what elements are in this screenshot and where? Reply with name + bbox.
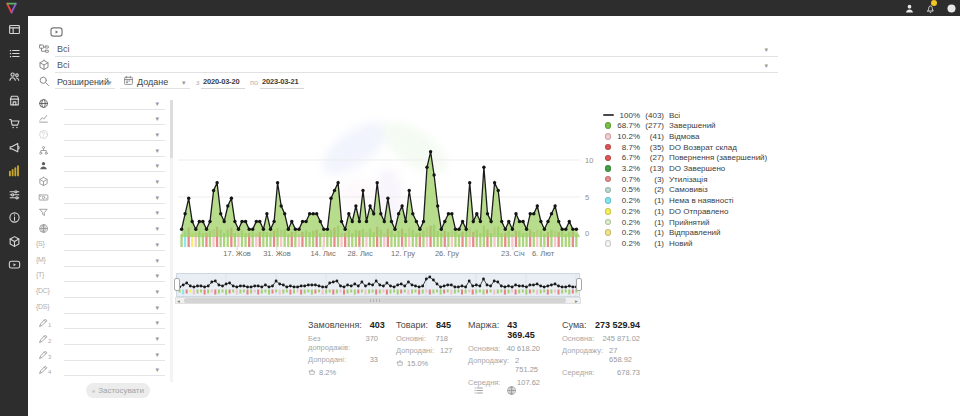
scrollbar-right-arrow-icon[interactable]: ▸ [575, 298, 578, 304]
filter-select-var-dc[interactable]: {DC}▾ [36, 285, 167, 299]
stat-sublabel: Середня: [562, 368, 594, 377]
underline [64, 218, 165, 219]
sliders-icon[interactable] [8, 188, 21, 201]
chevron-down-icon: ▾ [155, 100, 159, 108]
chart-navigator[interactable] [176, 273, 580, 297]
filter-select-custom-1[interactable]: 1▾ [36, 316, 167, 330]
underline [64, 140, 165, 141]
navigator-right-handle[interactable] [576, 278, 582, 291]
legend-item[interactable]: 68.7%(277)Завершений [600, 121, 790, 131]
payment-icon [38, 192, 49, 203]
date-to-label: по [250, 78, 258, 87]
cart-icon[interactable] [8, 117, 21, 130]
users-icon[interactable] [8, 70, 21, 83]
filter-panel-scrollbar-thumb[interactable] [170, 100, 173, 158]
x-label: 6. Лют [532, 249, 554, 258]
x-label: 28. Лис [347, 249, 372, 258]
legend-count: (277) [640, 121, 664, 130]
legend-item[interactable]: 3.2%(13)DO Завершено [600, 164, 790, 174]
search-icon[interactable] [38, 75, 50, 87]
legend-dot-marker [600, 176, 616, 183]
filter-select-trend[interactable]: ▾ [36, 112, 167, 126]
legend-item[interactable]: 0.2%(1)Відправлений [600, 228, 790, 238]
legend-item[interactable]: 0.2%(1)DO Отправлено [600, 206, 790, 216]
filter-select-var-m[interactable]: {M}▾ [36, 254, 167, 268]
stat-subrow: Допродажу:27 658.92 [562, 346, 640, 364]
legend-item[interactable]: 100%(403)Всі [600, 110, 790, 120]
app-logo-icon[interactable] [4, 1, 19, 15]
apply-button[interactable]: Застосувати [86, 383, 150, 398]
filter-select-help[interactable]: ▾ [36, 128, 167, 142]
megaphone-icon[interactable] [8, 141, 21, 154]
video-tutorial-icon[interactable] [47, 25, 66, 39]
legend-label: Нема в наявності [669, 196, 734, 205]
filter-select-var-s[interactable]: {S}▾ [36, 238, 167, 252]
date-to-input[interactable]: 2023-03-21 [262, 77, 298, 86]
navigator-left-handle[interactable] [174, 278, 180, 291]
filter-select-var-t[interactable]: {T}▾ [36, 269, 167, 283]
filter-select-region[interactable]: ▾ [36, 97, 167, 111]
legend-item[interactable]: 8.7%(35)DO Возврат склад [600, 142, 790, 152]
chart-scrollbar-grip [370, 299, 380, 302]
stat-subrow: Середня:678.73 [562, 368, 640, 377]
legend-count: (2) [640, 185, 664, 194]
stat-column: Сума:273 529.94Основна:245 871.02Допрода… [562, 320, 640, 377]
orders-icon[interactable] [8, 47, 21, 60]
chevron-down-icon: ▾ [764, 62, 768, 69]
info-icon[interactable] [8, 211, 21, 224]
apply-button-label: Застосувати [98, 386, 144, 395]
legend-item[interactable]: 0.2%(1)Прийнятий [600, 217, 790, 227]
list-view-icon[interactable] [473, 385, 484, 396]
stat-subvalue: 33 [370, 355, 378, 364]
avatar-icon[interactable] [946, 3, 957, 14]
date-from-input[interactable]: 2020-03-20 [203, 77, 239, 86]
analytics-dashboard: Всі ▾ Всі ▾ Розширений ▾ Додане ▾ з 2020… [0, 0, 960, 416]
filter-select-manager[interactable]: ▾ [36, 159, 167, 173]
products-view-icon[interactable] [506, 385, 517, 396]
legend-item[interactable]: 0.7%(3)Утилізація [600, 174, 790, 184]
legend-count: (35) [640, 143, 664, 152]
legend-item[interactable]: 0.2%(1)Нема в наявності [600, 196, 790, 206]
x-label: 17. Жов [223, 249, 251, 258]
product-filter-select[interactable]: Всі ▾ [36, 58, 780, 73]
store-icon[interactable] [8, 94, 21, 107]
scrollbar-left-arrow-icon[interactable]: ◂ [177, 298, 180, 304]
package-icon[interactable] [8, 235, 21, 248]
legend-item[interactable]: 0.5%(2)Самовивіз [600, 185, 790, 195]
legend-label: Прийнятий [669, 218, 710, 227]
basket-icon [396, 359, 404, 367]
stat-title: Замовлення: [308, 320, 362, 330]
filter-select-custom-3[interactable]: 3▾ [36, 348, 167, 362]
legend-item[interactable]: 0.2%(1)Новий [600, 238, 790, 248]
filter-select-payment[interactable]: ▾ [36, 191, 167, 205]
main-sidebar [0, 16, 28, 416]
stat-subrow: Основна:245 871.02 [562, 334, 640, 343]
date-field-select[interactable]: Додане [137, 77, 168, 87]
underline [64, 297, 165, 298]
filter-select-site[interactable]: ▾ [36, 222, 167, 236]
filter-select-custom-2[interactable]: 2▾ [36, 332, 167, 346]
filter-select-funnel[interactable]: ▾ [36, 206, 167, 220]
filter-select-var-ds[interactable]: {DS}▾ [36, 301, 167, 315]
legend-item[interactable]: 10.2%(41)Відмова [600, 131, 790, 141]
var-dc-icon: {DC} [36, 287, 50, 294]
user-icon[interactable] [904, 3, 915, 14]
category-filter-select[interactable]: Всі ▾ [36, 42, 780, 57]
calendar-icon[interactable] [123, 75, 134, 86]
analytics-icon[interactable] [8, 164, 21, 177]
stat-column: Маржа:43 369.45Основна:40 618.20Допродаж… [468, 320, 540, 387]
stat-subvalue: 40 618.20 [507, 344, 540, 353]
legend-percent: 0.2% [616, 196, 640, 205]
legend-count: (13) [640, 164, 664, 173]
filter-select-product[interactable]: ▾ [36, 175, 167, 189]
y-tick-0: 0 [585, 229, 601, 238]
chevron-down-icon: ▾ [155, 351, 159, 359]
legend-item[interactable]: 6.7%(27)Повернення (завершений) [600, 153, 790, 163]
dashboard-icon[interactable] [8, 23, 21, 36]
filter-select-structure[interactable]: ▾ [36, 144, 167, 158]
underline [64, 234, 165, 235]
filter-select-custom-4[interactable]: 4▾ [36, 363, 167, 377]
chart-mini-icon [92, 387, 95, 395]
video-icon[interactable] [8, 258, 21, 271]
search-mode-select[interactable]: Розширений [57, 77, 109, 87]
